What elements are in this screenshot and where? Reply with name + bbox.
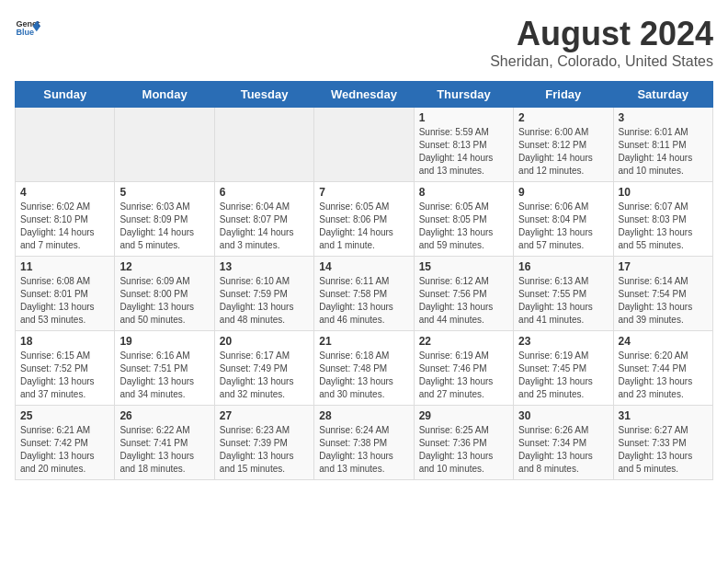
- day-number: 18: [20, 335, 109, 348]
- cell-content: Sunrise: 6:19 AM Sunset: 7:46 PM Dayligh…: [419, 350, 508, 401]
- day-number: 13: [220, 260, 309, 273]
- day-number: 20: [220, 335, 309, 348]
- calendar-cell: 6Sunrise: 6:04 AM Sunset: 8:07 PM Daylig…: [214, 182, 313, 257]
- day-number: 4: [20, 186, 109, 199]
- calendar-cell: 29Sunrise: 6:25 AM Sunset: 7:36 PM Dayli…: [414, 406, 513, 480]
- day-number: 21: [319, 335, 408, 348]
- calendar-cell: 23Sunrise: 6:19 AM Sunset: 7:45 PM Dayli…: [514, 331, 613, 406]
- calendar-cell: 16Sunrise: 6:13 AM Sunset: 7:55 PM Dayli…: [514, 257, 613, 331]
- calendar-cell: 21Sunrise: 6:18 AM Sunset: 7:48 PM Dayli…: [314, 331, 414, 406]
- day-number: 2: [518, 111, 608, 124]
- title-section: August 2024 Sheridan, Colorado, United S…: [490, 15, 713, 70]
- day-number: 25: [20, 409, 109, 422]
- cell-content: Sunrise: 6:27 AM Sunset: 7:33 PM Dayligh…: [619, 424, 708, 476]
- calendar-cell: 7Sunrise: 6:05 AM Sunset: 8:06 PM Daylig…: [314, 182, 414, 257]
- subtitle: Sheridan, Colorado, United States: [490, 53, 713, 70]
- svg-text:Blue: Blue: [16, 28, 34, 37]
- logo: General Blue: [15, 15, 40, 40]
- cell-content: Sunrise: 5:59 AM Sunset: 8:13 PM Dayligh…: [419, 126, 508, 178]
- day-number: 24: [619, 335, 708, 348]
- calendar-cell: 20Sunrise: 6:17 AM Sunset: 7:49 PM Dayli…: [214, 331, 313, 406]
- calendar-cell: 10Sunrise: 6:07 AM Sunset: 8:03 PM Dayli…: [613, 182, 712, 257]
- calendar-cell: [115, 108, 214, 182]
- weekday-header: Thursday: [414, 82, 513, 108]
- weekday-header: Wednesday: [314, 82, 414, 108]
- day-number: 30: [518, 409, 608, 422]
- calendar-cell: 15Sunrise: 6:12 AM Sunset: 7:56 PM Dayli…: [414, 257, 513, 331]
- cell-content: Sunrise: 6:02 AM Sunset: 8:10 PM Dayligh…: [20, 201, 109, 252]
- day-number: 15: [419, 260, 508, 273]
- weekday-header: Friday: [514, 82, 613, 108]
- calendar-week-row: 25Sunrise: 6:21 AM Sunset: 7:42 PM Dayli…: [16, 406, 713, 480]
- cell-content: Sunrise: 6:10 AM Sunset: 7:59 PM Dayligh…: [220, 275, 309, 327]
- day-number: 28: [319, 409, 408, 422]
- cell-content: Sunrise: 6:19 AM Sunset: 7:45 PM Dayligh…: [518, 350, 608, 401]
- day-number: 6: [220, 186, 309, 199]
- day-number: 31: [619, 409, 708, 422]
- calendar-cell: 8Sunrise: 6:05 AM Sunset: 8:05 PM Daylig…: [414, 182, 513, 257]
- weekday-header: Monday: [115, 82, 214, 108]
- cell-content: Sunrise: 6:13 AM Sunset: 7:55 PM Dayligh…: [518, 275, 608, 327]
- calendar-cell: 26Sunrise: 6:22 AM Sunset: 7:41 PM Dayli…: [115, 406, 214, 480]
- calendar-cell: 12Sunrise: 6:09 AM Sunset: 8:00 PM Dayli…: [115, 257, 214, 331]
- day-number: 14: [319, 260, 408, 273]
- day-number: 16: [518, 260, 608, 273]
- cell-content: Sunrise: 6:15 AM Sunset: 7:52 PM Dayligh…: [20, 350, 109, 401]
- calendar-cell: 31Sunrise: 6:27 AM Sunset: 7:33 PM Dayli…: [613, 406, 712, 480]
- calendar-week-row: 4Sunrise: 6:02 AM Sunset: 8:10 PM Daylig…: [16, 182, 713, 257]
- cell-content: Sunrise: 6:06 AM Sunset: 8:04 PM Dayligh…: [518, 201, 608, 252]
- day-number: 19: [119, 335, 209, 348]
- header: General Blue August 2024 Sheridan, Color…: [15, 15, 713, 70]
- cell-content: Sunrise: 6:26 AM Sunset: 7:34 PM Dayligh…: [518, 424, 608, 476]
- calendar-week-row: 18Sunrise: 6:15 AM Sunset: 7:52 PM Dayli…: [16, 331, 713, 406]
- cell-content: Sunrise: 6:17 AM Sunset: 7:49 PM Dayligh…: [220, 350, 309, 401]
- day-number: 10: [619, 186, 708, 199]
- weekday-header: Saturday: [613, 82, 712, 108]
- cell-content: Sunrise: 6:18 AM Sunset: 7:48 PM Dayligh…: [319, 350, 408, 401]
- calendar-cell: [16, 108, 115, 182]
- day-number: 8: [419, 186, 508, 199]
- day-number: 3: [619, 111, 708, 124]
- calendar-cell: 1Sunrise: 5:59 AM Sunset: 8:13 PM Daylig…: [414, 108, 513, 182]
- calendar-cell: 3Sunrise: 6:01 AM Sunset: 8:11 PM Daylig…: [613, 108, 712, 182]
- calendar-cell: 30Sunrise: 6:26 AM Sunset: 7:34 PM Dayli…: [514, 406, 613, 480]
- calendar-cell: [314, 108, 414, 182]
- calendar-cell: [214, 108, 313, 182]
- cell-content: Sunrise: 6:03 AM Sunset: 8:09 PM Dayligh…: [119, 201, 209, 252]
- cell-content: Sunrise: 6:21 AM Sunset: 7:42 PM Dayligh…: [20, 424, 109, 476]
- calendar-cell: 14Sunrise: 6:11 AM Sunset: 7:58 PM Dayli…: [314, 257, 414, 331]
- cell-content: Sunrise: 6:08 AM Sunset: 8:01 PM Dayligh…: [20, 275, 109, 327]
- day-number: 11: [20, 260, 109, 273]
- cell-content: Sunrise: 6:20 AM Sunset: 7:44 PM Dayligh…: [619, 350, 708, 401]
- calendar-table: SundayMondayTuesdayWednesdayThursdayFrid…: [15, 81, 713, 480]
- day-number: 22: [419, 335, 508, 348]
- weekday-header: Tuesday: [214, 82, 313, 108]
- cell-content: Sunrise: 6:05 AM Sunset: 8:06 PM Dayligh…: [319, 201, 408, 252]
- calendar-cell: 4Sunrise: 6:02 AM Sunset: 8:10 PM Daylig…: [16, 182, 115, 257]
- cell-content: Sunrise: 6:07 AM Sunset: 8:03 PM Dayligh…: [619, 201, 708, 252]
- calendar-cell: 17Sunrise: 6:14 AM Sunset: 7:54 PM Dayli…: [613, 257, 712, 331]
- cell-content: Sunrise: 6:14 AM Sunset: 7:54 PM Dayligh…: [619, 275, 708, 327]
- cell-content: Sunrise: 6:23 AM Sunset: 7:39 PM Dayligh…: [220, 424, 309, 476]
- cell-content: Sunrise: 6:12 AM Sunset: 7:56 PM Dayligh…: [419, 275, 508, 327]
- calendar-cell: 24Sunrise: 6:20 AM Sunset: 7:44 PM Dayli…: [613, 331, 712, 406]
- cell-content: Sunrise: 6:11 AM Sunset: 7:58 PM Dayligh…: [319, 275, 408, 327]
- calendar-cell: 27Sunrise: 6:23 AM Sunset: 7:39 PM Dayli…: [214, 406, 313, 480]
- calendar-week-row: 1Sunrise: 5:59 AM Sunset: 8:13 PM Daylig…: [16, 108, 713, 182]
- day-number: 29: [419, 409, 508, 422]
- cell-content: Sunrise: 6:01 AM Sunset: 8:11 PM Dayligh…: [619, 126, 708, 178]
- day-number: 7: [319, 186, 408, 199]
- calendar-cell: 9Sunrise: 6:06 AM Sunset: 8:04 PM Daylig…: [514, 182, 613, 257]
- calendar-cell: 5Sunrise: 6:03 AM Sunset: 8:09 PM Daylig…: [115, 182, 214, 257]
- calendar-week-row: 11Sunrise: 6:08 AM Sunset: 8:01 PM Dayli…: [16, 257, 713, 331]
- calendar-cell: 25Sunrise: 6:21 AM Sunset: 7:42 PM Dayli…: [16, 406, 115, 480]
- calendar-body: 1Sunrise: 5:59 AM Sunset: 8:13 PM Daylig…: [16, 108, 713, 480]
- main-title: August 2024: [490, 15, 713, 53]
- day-number: 5: [119, 186, 209, 199]
- cell-content: Sunrise: 6:16 AM Sunset: 7:51 PM Dayligh…: [119, 350, 209, 401]
- logo-icon: General Blue: [15, 15, 40, 40]
- day-number: 23: [518, 335, 608, 348]
- day-number: 26: [119, 409, 209, 422]
- calendar-cell: 2Sunrise: 6:00 AM Sunset: 8:12 PM Daylig…: [514, 108, 613, 182]
- cell-content: Sunrise: 6:09 AM Sunset: 8:00 PM Dayligh…: [119, 275, 209, 327]
